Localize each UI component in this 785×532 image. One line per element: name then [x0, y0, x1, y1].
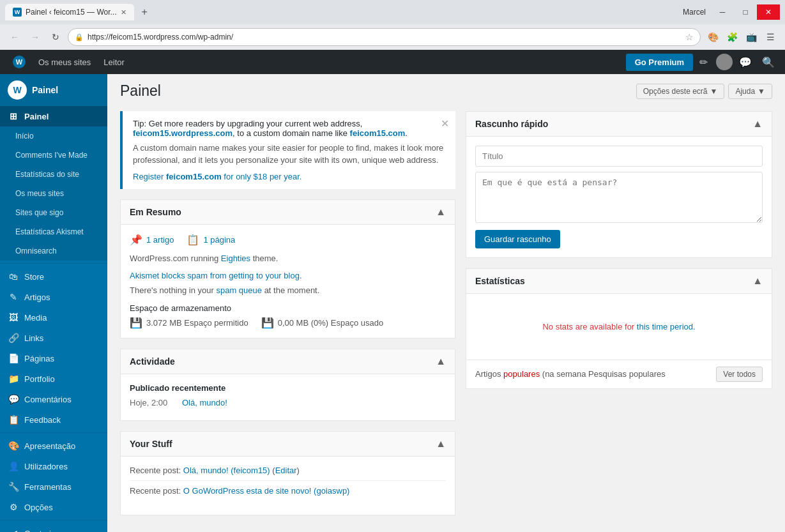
- sidebar-item-apresentacao[interactable]: 🎨 Apresentação: [0, 436, 107, 456]
- sidebar-item-sites-sigo[interactable]: Sites que sigo: [0, 203, 107, 222]
- sidebar-item-estatisticas-akismet[interactable]: Estatísticas Akismet: [0, 222, 107, 241]
- sidebar-item-opcoes[interactable]: ⚙ Opções: [0, 497, 107, 517]
- screen-options-btn[interactable]: Opções deste ecrã ▼: [636, 84, 725, 99]
- url-text: https://feicom15.wordpress.com/wp-admin/: [88, 33, 682, 42]
- address-bar[interactable]: 🔒 https://feicom15.wordpress.com/wp-admi…: [68, 28, 701, 46]
- sidebar-header-text: Painel: [32, 85, 58, 95]
- media-icon: 🖼: [8, 312, 19, 323]
- spam-queue-link[interactable]: spam queue: [216, 285, 262, 295]
- portfolio-label: Portfolio: [24, 374, 55, 384]
- akismet-info: Akismet blocks spam from getting to your…: [130, 270, 446, 297]
- stats-empty-for: for: [625, 322, 637, 331]
- draft-title-input[interactable]: [475, 146, 763, 167]
- notice-domain-link[interactable]: feicom15.wordpress.com: [133, 128, 232, 138]
- sidebar-item-estatisticas-site[interactable]: Estatísticas do site: [0, 165, 107, 184]
- stats-period-link[interactable]: this time period.: [637, 322, 696, 331]
- forward-button[interactable]: →: [27, 29, 43, 45]
- minimize-button[interactable]: ─: [711, 4, 734, 20]
- maximize-button[interactable]: □: [734, 4, 757, 20]
- pin-icon: 📌: [130, 234, 142, 246]
- extensions-btn[interactable]: 🧩: [724, 29, 740, 45]
- notice-custom-domain-link[interactable]: feicom15.com: [350, 128, 406, 138]
- help-btn[interactable]: Ajuda ▼: [728, 84, 772, 99]
- sidebar-item-feedback[interactable]: 📋 Feedback: [0, 409, 107, 430]
- actividade-toggle[interactable]: ▲: [436, 356, 446, 367]
- sidebar-item-portfolio[interactable]: 📁 Portfolio: [0, 369, 107, 389]
- admin-bar-wp-logo[interactable]: W: [6, 50, 32, 74]
- articles-link[interactable]: 1 artigo: [146, 235, 174, 245]
- estatisticas-header: Estatísticas ▲: [466, 269, 772, 294]
- view-all-btn[interactable]: Ver todos: [716, 367, 763, 382]
- reload-button[interactable]: ↻: [47, 29, 64, 45]
- sidebar-item-media[interactable]: 🖼 Media: [0, 307, 107, 328]
- estatisticas-widget: Estatísticas ▲ No stats are available fo…: [466, 268, 772, 389]
- theme-link[interactable]: Eighties: [221, 254, 253, 263]
- comentarios-icon: 💬: [8, 394, 19, 404]
- sidebar-item-links[interactable]: 🔗 Links: [0, 328, 107, 348]
- sidebar-item-ferramentas[interactable]: 🔧 Ferramentas: [0, 476, 107, 497]
- sidebar-item-artigos[interactable]: ✎ Artigos: [0, 287, 107, 307]
- admin-avatar[interactable]: [716, 54, 733, 70]
- rascunho-toggle[interactable]: ▲: [752, 118, 763, 130]
- sidebar-item-omnisearch[interactable]: Omnisearch: [0, 241, 107, 261]
- artigos-icon: ✎: [8, 292, 19, 302]
- inicio-label: Início: [15, 132, 34, 141]
- utilizadores-icon: 👤: [8, 461, 19, 471]
- activity-post-link[interactable]: Olá, mundo!: [182, 398, 227, 407]
- popular-articles-link[interactable]: populares: [503, 369, 540, 379]
- sidebar-item-inicio[interactable]: Início: [0, 126, 107, 146]
- articles-stat: 📌 1 artigo: [130, 234, 174, 246]
- sidebar-item-os-meus-sites[interactable]: Os meus sites: [0, 184, 107, 203]
- premium-button[interactable]: Go Premium: [626, 54, 693, 71]
- close-button[interactable]: ✕: [757, 4, 780, 20]
- your-stuff-header: Your Stuff ▲: [121, 432, 455, 457]
- sidebar-item-store[interactable]: 🛍 Store: [0, 266, 107, 287]
- omnisearch-label: Omnisearch: [15, 247, 57, 255]
- estatisticas-site-label: Estatísticas do site: [15, 170, 79, 179]
- back-button[interactable]: ←: [6, 29, 23, 45]
- stuff-item2-link[interactable]: O GoWordPress esta de site novo! (goiasw…: [183, 486, 350, 496]
- chat-icon-btn[interactable]: 💬: [735, 52, 756, 72]
- notice-close-btn[interactable]: ✕: [441, 118, 449, 130]
- search-icon-btn[interactable]: 🔍: [758, 52, 779, 72]
- color-picker-btn[interactable]: 🎨: [705, 29, 721, 45]
- admin-bar-reader[interactable]: Leitor: [97, 50, 131, 74]
- sidebar-item-paginas[interactable]: 📄 Páginas: [0, 348, 107, 369]
- stuff-item-1: Recente post: Olá, mundo! (feicom15) (Ed…: [130, 466, 446, 481]
- sidebar-item-comments[interactable]: Comments I've Made: [0, 146, 107, 165]
- my-sites-label: Os meus sites: [38, 57, 91, 67]
- draft-body-textarea[interactable]: [475, 172, 763, 223]
- sidebar-item-contrair[interactable]: ◀ Contrair menu: [0, 523, 107, 532]
- sidebar-item-comentarios[interactable]: 💬 Comentários: [0, 389, 107, 409]
- popular-searches-link[interactable]: Pesquisas populares: [588, 369, 666, 379]
- ferramentas-label: Ferramentas: [24, 482, 72, 492]
- new-tab-button[interactable]: +: [137, 5, 153, 19]
- pages-link[interactable]: 1 página: [203, 235, 235, 245]
- estatisticas-toggle[interactable]: ▲: [752, 275, 763, 287]
- admin-bar-my-sites[interactable]: Os meus sites: [32, 50, 97, 74]
- bookmark-icon[interactable]: ☆: [685, 32, 694, 42]
- browser-tab[interactable]: W Painel ‹ feicom15 — Wor... ✕: [5, 4, 134, 20]
- apresentacao-label: Apresentação: [24, 441, 75, 451]
- cast-btn[interactable]: 📺: [743, 29, 759, 45]
- activity-section-title: Publicado recentemente: [130, 383, 446, 393]
- edit-icon-btn[interactable]: ✏: [693, 52, 713, 72]
- contrair-label: Contrair menu: [24, 529, 77, 533]
- storage-section: Espaço de armazenamento 💾 3.072 MB Espaç…: [130, 303, 446, 329]
- portfolio-icon: 📁: [8, 374, 19, 384]
- wp-logo-icon: W: [13, 56, 26, 68]
- save-draft-btn[interactable]: Guardar rascunho: [475, 230, 560, 248]
- sidebar-item-painel[interactable]: ⊞ Painel: [0, 106, 107, 126]
- notice-register-link[interactable]: Register feicom15.com for only $18 per y…: [133, 172, 301, 181]
- stuff-item1-edit[interactable]: Editar: [275, 466, 297, 475]
- storage-used-icon: 💾: [261, 317, 274, 329]
- sidebar-item-utilizadores[interactable]: 👤 Utilizadores: [0, 456, 107, 476]
- your-stuff-title: Your Stuff: [130, 439, 172, 449]
- em-resumo-toggle[interactable]: ▲: [436, 206, 446, 218]
- storage-title: Espaço de armazenamento: [130, 303, 446, 313]
- tab-close-btn[interactable]: ✕: [121, 8, 126, 17]
- stuff-item1-link[interactable]: Olá, mundo! (feicom15): [183, 466, 272, 475]
- tab-label: Painel ‹ feicom15 — Wor...: [26, 8, 117, 17]
- menu-btn[interactable]: ☰: [762, 29, 779, 45]
- your-stuff-toggle[interactable]: ▲: [436, 438, 446, 450]
